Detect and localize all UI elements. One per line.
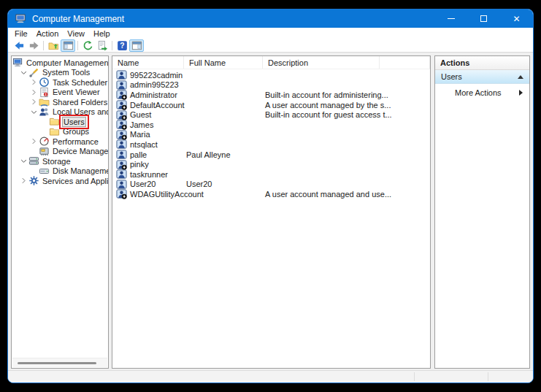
help-button[interactable]: ? (115, 39, 129, 52)
tree-item-local-users-and-groups[interactable]: Local Users and Groups (12, 107, 108, 118)
column-header-empty[interactable] (380, 56, 430, 69)
tree-item-system-tools[interactable]: System Tools (12, 68, 108, 78)
menu-help[interactable]: Help (93, 29, 116, 38)
user-row-taskrunner[interactable]: taskrunner (112, 169, 430, 180)
storage-icon (28, 155, 39, 166)
user-name: Maria (130, 130, 150, 139)
user-row-james[interactable]: James (112, 120, 430, 130)
chevron-placeholder (39, 117, 49, 126)
chevron-placeholder (39, 127, 49, 137)
console-tree: Computer Management (LocalSystem ToolsTa… (12, 56, 108, 186)
refresh-icon (83, 40, 93, 51)
device-manager-icon (39, 146, 50, 157)
tree-item-storage[interactable]: Storage (12, 156, 108, 166)
disk-management-icon (39, 166, 50, 177)
back-button[interactable] (12, 39, 26, 52)
status-bar (8, 370, 533, 383)
tree-item-label: Groups (62, 127, 90, 136)
user-disabled-icon (116, 188, 127, 199)
tree-item-label: Disk Management (52, 166, 109, 175)
minimize-button[interactable] (434, 9, 467, 28)
user-name: palle (130, 150, 147, 159)
tree-item-label: Event Viewer (52, 88, 101, 96)
menu-file[interactable]: File (15, 29, 34, 38)
user-row-995223cadmin[interactable]: 995223cadmin (112, 70, 430, 80)
forward-button[interactable] (26, 39, 41, 52)
tree-item-services-and-applications[interactable]: Services and Applications (12, 176, 108, 186)
user-name: Guest (130, 110, 151, 119)
forward-icon (28, 40, 39, 51)
tree-horizontal-scrollbar[interactable] (12, 358, 107, 367)
tree-scrollbar-thumb[interactable] (18, 362, 96, 364)
tree-item-label: System Tools (42, 68, 91, 77)
tree-item-performance[interactable]: Performance (12, 137, 108, 147)
chevron-right-icon[interactable] (29, 97, 39, 107)
user-row-defaultaccount[interactable]: DefaultAccountA user account managed by … (112, 100, 430, 110)
menu-action[interactable]: Action (37, 29, 65, 38)
column-header-description[interactable]: Description (263, 56, 380, 69)
show-console-tree-icon (63, 40, 74, 51)
chevron-down-icon[interactable] (29, 107, 39, 117)
tree-item-device-manager[interactable]: Device Manager (12, 147, 108, 157)
user-row-palle[interactable]: pallePaul Alleyne (112, 150, 430, 160)
maximize-button[interactable] (467, 9, 500, 28)
export-list-icon (97, 40, 108, 51)
menu-bar: FileActionViewHelp (8, 28, 533, 39)
chevron-down-icon[interactable] (19, 156, 28, 166)
close-button[interactable]: ✕ (500, 9, 533, 28)
show-action-pane-icon (131, 40, 142, 51)
users-groups-icon (39, 107, 50, 118)
refresh-button[interactable] (80, 39, 95, 52)
tree-item-event-viewer[interactable]: Event Viewer (12, 88, 108, 98)
user-row-wdagutilityaccount[interactable]: WDAGUtilityAccountA user account managed… (112, 189, 430, 199)
action-item-more-actions[interactable]: More Actions (435, 84, 529, 101)
column-header-name[interactable]: Name (112, 56, 184, 69)
user-name: pinky (130, 160, 149, 169)
minimize-icon (448, 18, 455, 19)
user-row-pinky[interactable]: pinky (112, 159, 430, 169)
console-tree-pane: Computer Management (LocalSystem ToolsTa… (11, 55, 109, 369)
chevron-down-icon[interactable] (19, 68, 28, 77)
export-list-button[interactable] (95, 39, 110, 52)
collapse-icon[interactable] (518, 75, 523, 79)
user-row-user20[interactable]: User20User20 (112, 180, 430, 190)
menu-view[interactable]: View (67, 29, 91, 38)
tree-item-label: Local Users and Groups (52, 107, 109, 116)
user-row-admin995223[interactable]: admin995223 (112, 80, 430, 91)
chevron-right-icon[interactable] (29, 137, 39, 146)
tree-item-label: Task Scheduler (52, 78, 108, 87)
column-header-full-name[interactable]: Full Name (184, 56, 263, 69)
toolbar: ? (8, 39, 533, 53)
toolbar-separator (77, 41, 78, 50)
actions-pane: Actions Users More Actions (434, 55, 530, 369)
up-one-level-icon (48, 40, 59, 51)
user-description: A user account managed by the s... (263, 101, 380, 109)
tree-item-label: Services and Applications (42, 177, 109, 185)
help-icon: ? (117, 40, 128, 51)
actions-group-users[interactable]: Users (435, 70, 529, 84)
maximize-icon (480, 15, 487, 22)
tree-item-label: Computer Management (Local (26, 58, 109, 67)
user-row-maria[interactable]: Maria (112, 130, 430, 140)
user-row-ntsqlact[interactable]: ntsqlact (112, 139, 430, 150)
computer-management-icon (12, 57, 23, 68)
chevron-right-icon[interactable] (29, 88, 39, 97)
tree-item-disk-management[interactable]: Disk Management (12, 166, 108, 177)
chevron-right-icon[interactable] (19, 176, 28, 185)
show-action-pane-button[interactable] (129, 39, 144, 52)
tree-item-task-scheduler[interactable]: Task Scheduler (12, 77, 108, 88)
actions-items: More Actions (435, 84, 529, 101)
tree-item-computer-management-local[interactable]: Computer Management (Local (12, 58, 108, 68)
user-name: admin995223 (130, 80, 179, 89)
toolbar-separator (43, 41, 44, 50)
user-name: WDAGUtilityAccount (130, 190, 204, 199)
user-row-administrator[interactable]: AdministratorBuilt-in account for admini… (112, 90, 430, 100)
user-name: User20 (130, 180, 156, 188)
tree-item-groups[interactable]: Groups (12, 127, 108, 137)
chevron-right-icon[interactable] (29, 77, 39, 87)
tree-item-users[interactable]: Users (12, 117, 108, 127)
tree-item-shared-folders[interactable]: Shared Folders (12, 97, 108, 107)
user-row-guest[interactable]: GuestBuilt-in account for guest access t… (112, 109, 430, 120)
up-one-level-button[interactable] (46, 39, 61, 52)
show-console-tree-button[interactable] (61, 39, 75, 52)
